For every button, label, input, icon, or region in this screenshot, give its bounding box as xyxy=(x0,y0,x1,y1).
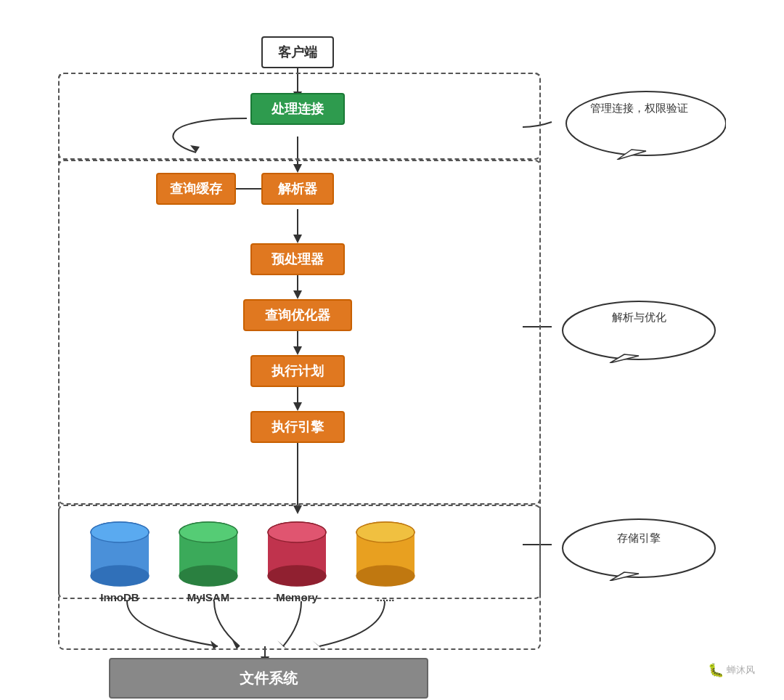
innodb-cylinder: InnoDB xyxy=(87,519,152,603)
memory-cylinder: Memory xyxy=(264,519,330,603)
svg-marker-14 xyxy=(293,402,302,411)
svg-point-30 xyxy=(179,522,237,542)
svg-point-33 xyxy=(268,566,326,586)
query-cache-box: 查询缓存 xyxy=(156,173,236,205)
svg-marker-4 xyxy=(293,164,302,173)
client-box: 客户端 xyxy=(261,36,334,68)
parser-box: 解析器 xyxy=(261,173,334,205)
svg-point-43 xyxy=(563,519,715,577)
myisam-cylinder: MyISAM xyxy=(176,519,241,603)
svg-point-26 xyxy=(91,522,149,542)
svg-marker-20 xyxy=(312,640,322,649)
bubble-1: 管理连接，权限验证 xyxy=(552,87,711,152)
bubble-2-text: 解析与优化 xyxy=(570,311,708,325)
bubble-3-text: 存储引擎 xyxy=(570,532,708,545)
svg-point-34 xyxy=(268,522,326,542)
bubble-2: 解析与优化 xyxy=(559,298,704,356)
svg-marker-10 xyxy=(293,290,302,299)
other-label: ...... xyxy=(353,591,418,603)
innodb-label: InnoDB xyxy=(87,591,152,603)
myisam-label: MyISAM xyxy=(176,591,241,603)
svg-marker-12 xyxy=(293,346,302,355)
svg-marker-19 xyxy=(277,640,287,649)
preprocessor-box: 预处理器 xyxy=(250,243,345,275)
other-cylinder: ...... xyxy=(353,519,418,603)
bubble-1-text: 管理连接，权限验证 xyxy=(566,100,711,115)
svg-point-29 xyxy=(179,566,237,586)
svg-point-41 xyxy=(563,301,715,359)
svg-marker-17 xyxy=(211,640,218,649)
filesystem-box: 文件系统 xyxy=(109,658,428,699)
svg-point-25 xyxy=(91,566,149,586)
watermark: 🐛 蝉沐风 xyxy=(708,662,755,678)
bubble-3: 存储引擎 xyxy=(559,516,704,574)
query-optimizer-box: 查询优化器 xyxy=(243,299,352,331)
execution-engine-box: 执行引擎 xyxy=(250,411,345,443)
handle-connection-box: 处理连接 xyxy=(250,93,345,125)
svg-marker-2 xyxy=(190,145,200,152)
execution-plan-box: 执行计划 xyxy=(250,355,345,387)
svg-point-38 xyxy=(356,522,415,542)
svg-marker-18 xyxy=(232,640,240,649)
svg-marker-16 xyxy=(293,505,302,514)
svg-point-37 xyxy=(356,566,415,586)
svg-marker-8 xyxy=(293,235,302,243)
memory-label: Memory xyxy=(264,591,330,603)
